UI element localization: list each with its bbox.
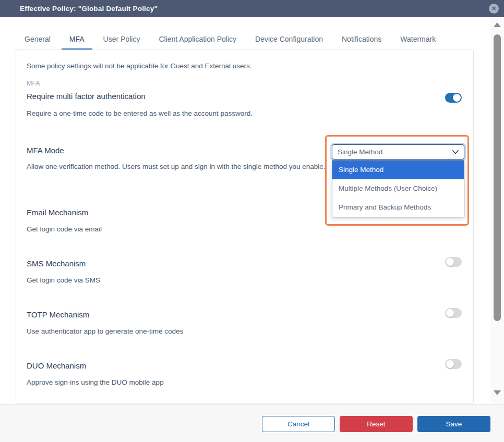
dialog-titlebar: Effective Policy: "Global Default Policy…: [0, 0, 504, 17]
mfa-mode-description: Allow one verification method. Users mus…: [27, 161, 340, 173]
mfa-mode-dropdown-menu: Single Method Multiple Methods (User Cho…: [332, 160, 464, 217]
tab-bar: General MFA User Policy Client Applicati…: [17, 34, 443, 50]
chevron-down-icon: [452, 150, 459, 154]
duo-mechanism-toggle[interactable]: [445, 359, 462, 369]
tab-notifications[interactable]: Notifications: [334, 34, 389, 50]
totp-mechanism-title: TOTP Mechanism: [27, 310, 89, 320]
mfa-tab-panel: Some policy settings will not be applica…: [16, 50, 474, 404]
require-mfa-toggle[interactable]: [445, 93, 462, 103]
save-button[interactable]: Save: [417, 416, 490, 432]
toggle-knob: [453, 94, 461, 102]
toggle-knob: [446, 258, 454, 266]
sms-mechanism-toggle[interactable]: [445, 257, 462, 267]
tab-mfa[interactable]: MFA: [62, 34, 92, 50]
scroll-down-arrow-icon[interactable]: [494, 390, 501, 395]
mfa-mode-selected-value: Single Method: [338, 148, 452, 156]
totp-mechanism-toggle[interactable]: [445, 308, 462, 318]
mfa-mode-select[interactable]: Single Method: [332, 144, 464, 159]
mfa-mode-label: MFA Mode: [27, 145, 64, 156]
dialog-footer: Cancel Reset Save: [0, 404, 504, 442]
tab-client-application-policy[interactable]: Client Application Policy: [151, 34, 244, 50]
dialog-title: Effective Policy: "Global Default Policy…: [20, 5, 158, 13]
scrollbar-thumb[interactable]: [494, 34, 501, 321]
duo-mechanism-title: DUO Mechanism: [27, 361, 86, 371]
toggle-knob: [446, 309, 454, 317]
require-mfa-description: Require a one-time code to be entered as…: [27, 108, 253, 119]
sms-mechanism-description: Get login code via SMS: [27, 275, 100, 286]
duo-mechanism-description: Approve sign-ins using the DUO mobile ap…: [27, 377, 164, 388]
totp-mechanism-description: Use authenticator app to generate one-ti…: [27, 326, 183, 337]
reset-button[interactable]: Reset: [340, 416, 413, 432]
tab-watermark[interactable]: Watermark: [392, 34, 443, 50]
cancel-button[interactable]: Cancel: [262, 416, 335, 432]
sms-mechanism-title: SMS Mechanism: [27, 259, 86, 269]
policy-notice: Some policy settings will not be applica…: [27, 61, 251, 71]
close-icon[interactable]: ✕: [489, 4, 499, 14]
require-mfa-title: Require multi factor authentication: [27, 91, 146, 102]
option-single-method[interactable]: Single Method: [332, 161, 464, 179]
option-primary-backup[interactable]: Primary and Backup Methods: [332, 198, 464, 217]
tab-device-configuration[interactable]: Device Configuration: [247, 34, 331, 50]
toggle-knob: [446, 360, 454, 368]
tab-general[interactable]: General: [17, 34, 58, 50]
option-multiple-methods[interactable]: Multiple Methods (User Choice): [332, 179, 464, 198]
mfa-group-label: MFA: [27, 80, 40, 87]
email-mechanism-title: Email Mechanism: [27, 207, 88, 218]
email-mechanism-description: Get login code via email: [27, 224, 102, 235]
scrollbar: [490, 17, 504, 404]
scroll-up-arrow-icon[interactable]: [494, 22, 501, 27]
tab-user-policy[interactable]: User Policy: [95, 34, 148, 50]
